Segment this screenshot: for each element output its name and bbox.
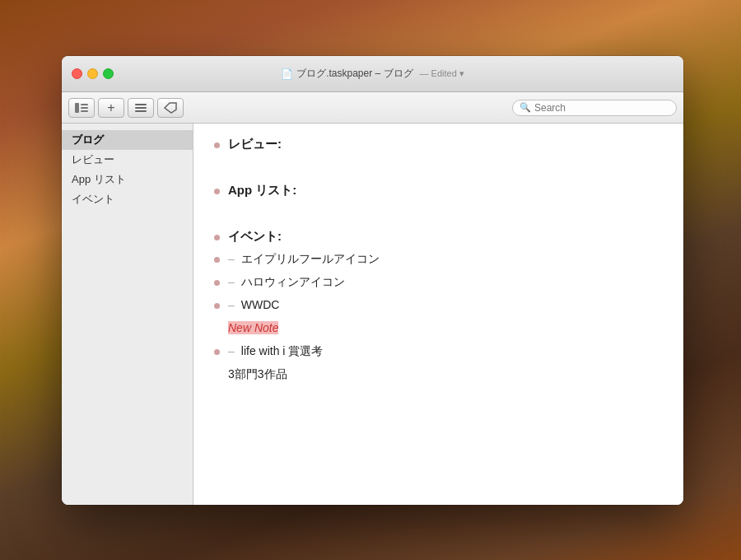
bullet-circle [214, 235, 220, 240]
minimize-button[interactable] [87, 68, 98, 79]
bullet-april [210, 254, 223, 267]
bullet-circle [214, 189, 220, 194]
svg-rect-3 [81, 110, 88, 112]
bullet-circle [214, 280, 220, 286]
document-icon: 📄 [281, 68, 292, 80]
line-review-heading: レビュー: [210, 137, 667, 156]
line-event-heading: イベント: [210, 229, 667, 249]
line-april-fool: – エイプリルフールアイコン [210, 252, 667, 272]
svg-rect-5 [135, 107, 147, 109]
window-title: ブログ.taskpaper – ブログ [296, 67, 412, 81]
bullet-circle [214, 142, 220, 148]
bullet-wwdc [210, 300, 223, 313]
bullet-applist [210, 185, 223, 198]
edited-label: — Edited ▾ [420, 68, 464, 79]
line-empty-2 [210, 206, 667, 226]
svg-rect-2 [81, 107, 88, 109]
svg-rect-6 [135, 110, 147, 112]
tag-button[interactable] [157, 98, 184, 118]
sidebar-item-review[interactable]: レビュー [62, 150, 193, 170]
maximize-button[interactable] [103, 68, 114, 79]
toolbar: + 🔍 [62, 92, 683, 124]
line-lifewith: – life with i 賞選考 [210, 344, 667, 364]
dash-halloween: – [228, 275, 235, 288]
svg-rect-0 [75, 103, 79, 113]
april-fool-text: エイプリルフールアイコン [240, 252, 380, 267]
taskpaper-window: 📄 ブログ.taskpaper – ブログ — Edited ▾ + [62, 56, 683, 505]
bullet-circle [214, 257, 220, 263]
sidebar-item-applist[interactable]: App リスト [62, 170, 193, 189]
titlebar: 📄 ブログ.taskpaper – ブログ — Edited ▾ [62, 56, 683, 92]
dash-april: – [228, 252, 235, 265]
search-input[interactable] [534, 102, 669, 114]
search-icon: 🔍 [520, 102, 531, 113]
plus-icon: + [107, 100, 114, 115]
line-applist-heading: App リスト: [210, 183, 667, 203]
bullet-halloween [210, 277, 223, 290]
sidebar: ブログ レビュー App リスト イベント [62, 124, 193, 505]
line-3parts: 3部門3作品 [210, 367, 667, 387]
dash-wwdc: – [228, 298, 235, 311]
add-item-button[interactable]: + [98, 98, 124, 118]
bullet-review [210, 139, 223, 152]
sidebar-item-event[interactable]: イベント [62, 189, 193, 209]
traffic-lights [72, 68, 114, 79]
lifewith-text: life with i 賞選考 [240, 344, 324, 359]
review-heading-text: レビュー: [228, 137, 282, 152]
sidebar-item-blog[interactable]: ブログ [62, 130, 193, 150]
applist-heading-text: App リスト: [228, 183, 296, 198]
editor-area[interactable]: レビュー: App リスト: イベント: [193, 124, 683, 505]
sidebar-toggle-button[interactable] [68, 98, 95, 118]
line-empty-1 [210, 160, 667, 180]
window-title-area: 📄 ブログ.taskpaper – ブログ — Edited ▾ [281, 67, 464, 81]
line-new-note: New Note [210, 321, 667, 341]
svg-rect-4 [135, 104, 147, 105]
halloween-text: ハロウィンアイコン [240, 275, 345, 290]
content-area: ブログ レビュー App リスト イベント レビュー: App リスト: [62, 124, 683, 505]
svg-rect-1 [81, 104, 88, 105]
dash-lifewith: – [228, 344, 235, 357]
search-box[interactable]: 🔍 [512, 100, 677, 116]
line-halloween: – ハロウィンアイコン [210, 275, 667, 295]
event-heading-text: イベント: [228, 229, 282, 245]
3parts-text: 3部門3作品 [228, 367, 287, 382]
bullet-circle [214, 303, 220, 309]
new-note-text: New Note [228, 321, 278, 334]
menu-button[interactable] [128, 98, 154, 118]
bullet-circle [214, 349, 220, 355]
wwdc-text: WWDC [240, 298, 280, 311]
close-button[interactable] [72, 68, 82, 79]
bullet-event [210, 231, 223, 245]
line-wwdc: – WWDC [210, 298, 667, 318]
bullet-lifewith [210, 346, 223, 359]
